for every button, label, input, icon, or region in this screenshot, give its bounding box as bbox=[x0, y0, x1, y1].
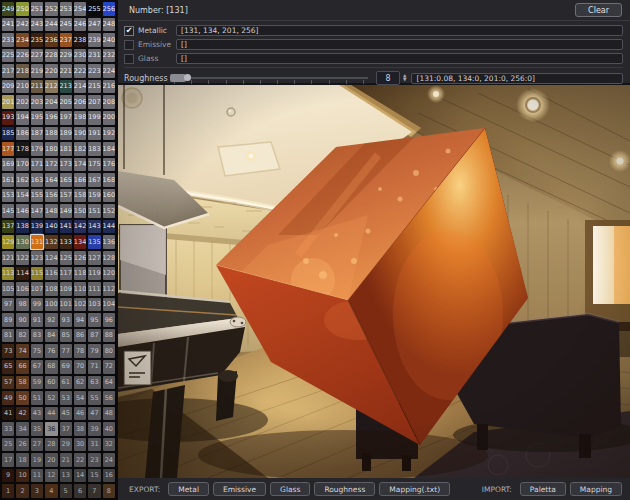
palette-cell-32[interactable]: 32 bbox=[103, 438, 115, 452]
palette-cell-47[interactable]: 47 bbox=[88, 407, 100, 421]
palette-cell-168[interactable]: 168 bbox=[103, 173, 115, 187]
palette-cell-191[interactable]: 191 bbox=[88, 127, 100, 141]
palette-cell-206[interactable]: 206 bbox=[74, 95, 86, 109]
palette-cell-220[interactable]: 220 bbox=[45, 64, 57, 78]
palette-cell-243[interactable]: 243 bbox=[31, 18, 43, 32]
palette-cell-248[interactable]: 248 bbox=[103, 18, 115, 32]
palette-cell-99[interactable]: 99 bbox=[31, 298, 43, 312]
palette-cell-123[interactable]: 123 bbox=[31, 251, 43, 265]
palette-cell-8[interactable]: 8 bbox=[103, 484, 115, 498]
palette-cell-51[interactable]: 51 bbox=[31, 391, 43, 405]
palette-cell-173[interactable]: 173 bbox=[60, 158, 72, 172]
palette-cell-49[interactable]: 49 bbox=[2, 391, 14, 405]
palette-cell-187[interactable]: 187 bbox=[31, 127, 43, 141]
palette-cell-241[interactable]: 241 bbox=[2, 18, 14, 32]
palette-cell-188[interactable]: 188 bbox=[45, 127, 57, 141]
spinner-arrows[interactable]: ▲ ▼ bbox=[403, 74, 406, 83]
palette-cell-91[interactable]: 91 bbox=[31, 313, 43, 327]
palette-cell-224[interactable]: 224 bbox=[103, 64, 115, 78]
palette-cell-63[interactable]: 63 bbox=[88, 376, 100, 390]
palette-cell-122[interactable]: 122 bbox=[16, 251, 28, 265]
palette-cell-134[interactable]: 134 bbox=[74, 235, 86, 249]
palette-cell-53[interactable]: 53 bbox=[60, 391, 72, 405]
palette-cell-85[interactable]: 85 bbox=[60, 329, 72, 343]
palette-cell-208[interactable]: 208 bbox=[103, 95, 115, 109]
palette-cell-228[interactable]: 228 bbox=[45, 49, 57, 63]
palette-cell-61[interactable]: 61 bbox=[60, 376, 72, 390]
palette-cell-244[interactable]: 244 bbox=[45, 18, 57, 32]
palette-cell-10[interactable]: 10 bbox=[16, 469, 28, 483]
export-metal-button[interactable]: Metal bbox=[168, 482, 209, 496]
palette-cell-87[interactable]: 87 bbox=[88, 329, 100, 343]
palette-cell-169[interactable]: 169 bbox=[2, 158, 14, 172]
palette-cell-222[interactable]: 222 bbox=[74, 64, 86, 78]
palette-cell-182[interactable]: 182 bbox=[74, 142, 86, 156]
palette-cell-225[interactable]: 225 bbox=[2, 49, 14, 63]
palette-cell-74[interactable]: 74 bbox=[16, 344, 28, 358]
palette-cell-142[interactable]: 142 bbox=[74, 220, 86, 234]
palette-cell-170[interactable]: 170 bbox=[16, 158, 28, 172]
palette-cell-132[interactable]: 132 bbox=[45, 235, 57, 249]
palette-cell-179[interactable]: 179 bbox=[31, 142, 43, 156]
palette-cell-216[interactable]: 216 bbox=[103, 80, 115, 94]
palette-cell-254[interactable]: 254 bbox=[74, 2, 86, 16]
palette-cell-167[interactable]: 167 bbox=[88, 173, 100, 187]
palette-cell-13[interactable]: 13 bbox=[60, 469, 72, 483]
palette-cell-36[interactable]: 36 bbox=[45, 422, 57, 436]
palette-cell-30[interactable]: 30 bbox=[74, 438, 86, 452]
palette-cell-78[interactable]: 78 bbox=[74, 344, 86, 358]
palette-cell-178[interactable]: 178 bbox=[16, 142, 28, 156]
palette-cell-4[interactable]: 4 bbox=[45, 484, 57, 498]
metallic-checkbox[interactable]: ✔ bbox=[124, 26, 134, 36]
palette-cell-7[interactable]: 7 bbox=[88, 484, 100, 498]
palette-cell-6[interactable]: 6 bbox=[74, 484, 86, 498]
palette-cell-45[interactable]: 45 bbox=[60, 407, 72, 421]
palette-cell-100[interactable]: 100 bbox=[45, 298, 57, 312]
palette-cell-162[interactable]: 162 bbox=[16, 173, 28, 187]
palette-cell-163[interactable]: 163 bbox=[31, 173, 43, 187]
palette-cell-75[interactable]: 75 bbox=[31, 344, 43, 358]
palette-cell-9[interactable]: 9 bbox=[2, 469, 14, 483]
palette-cell-105[interactable]: 105 bbox=[2, 282, 14, 296]
palette-cell-190[interactable]: 190 bbox=[74, 127, 86, 141]
palette-cell-84[interactable]: 84 bbox=[45, 329, 57, 343]
palette-cell-83[interactable]: 83 bbox=[31, 329, 43, 343]
palette-cell-115[interactable]: 115 bbox=[31, 267, 43, 281]
viewport-3d-scene[interactable] bbox=[118, 85, 630, 478]
palette-cell-252[interactable]: 252 bbox=[45, 2, 57, 16]
palette-cell-204[interactable]: 204 bbox=[45, 95, 57, 109]
palette-cell-125[interactable]: 125 bbox=[60, 251, 72, 265]
palette-cell-81[interactable]: 81 bbox=[2, 329, 14, 343]
palette-cell-207[interactable]: 207 bbox=[88, 95, 100, 109]
palette-cell-146[interactable]: 146 bbox=[16, 204, 28, 218]
palette-cell-197[interactable]: 197 bbox=[60, 111, 72, 125]
palette-cell-205[interactable]: 205 bbox=[60, 95, 72, 109]
palette-cell-129[interactable]: 129 bbox=[2, 235, 14, 249]
palette-cell-133[interactable]: 133 bbox=[60, 235, 72, 249]
palette-cell-67[interactable]: 67 bbox=[31, 360, 43, 374]
palette-cell-154[interactable]: 154 bbox=[16, 189, 28, 203]
palette-cell-119[interactable]: 119 bbox=[88, 267, 100, 281]
palette-cell-237[interactable]: 237 bbox=[60, 33, 72, 47]
palette-cell-12[interactable]: 12 bbox=[45, 469, 57, 483]
palette-cell-112[interactable]: 112 bbox=[103, 282, 115, 296]
palette-cell-236[interactable]: 236 bbox=[45, 33, 57, 47]
palette-cell-145[interactable]: 145 bbox=[2, 204, 14, 218]
palette-cell-58[interactable]: 58 bbox=[16, 376, 28, 390]
palette-cell-20[interactable]: 20 bbox=[45, 453, 57, 467]
palette-cell-181[interactable]: 181 bbox=[60, 142, 72, 156]
export-roughness-button[interactable]: Roughness bbox=[314, 482, 375, 496]
palette-cell-98[interactable]: 98 bbox=[16, 298, 28, 312]
palette-cell-70[interactable]: 70 bbox=[74, 360, 86, 374]
palette-cell-180[interactable]: 180 bbox=[45, 142, 57, 156]
palette-cell-82[interactable]: 82 bbox=[16, 329, 28, 343]
palette-cell-245[interactable]: 245 bbox=[60, 18, 72, 32]
palette-cell-164[interactable]: 164 bbox=[45, 173, 57, 187]
palette-cell-213[interactable]: 213 bbox=[60, 80, 72, 94]
metallic-value-input[interactable] bbox=[176, 25, 623, 36]
palette-cell-2[interactable]: 2 bbox=[16, 484, 28, 498]
palette-cell-246[interactable]: 246 bbox=[74, 18, 86, 32]
palette-cell-138[interactable]: 138 bbox=[16, 220, 28, 234]
palette-cell-150[interactable]: 150 bbox=[74, 204, 86, 218]
palette-cell-143[interactable]: 143 bbox=[88, 220, 100, 234]
